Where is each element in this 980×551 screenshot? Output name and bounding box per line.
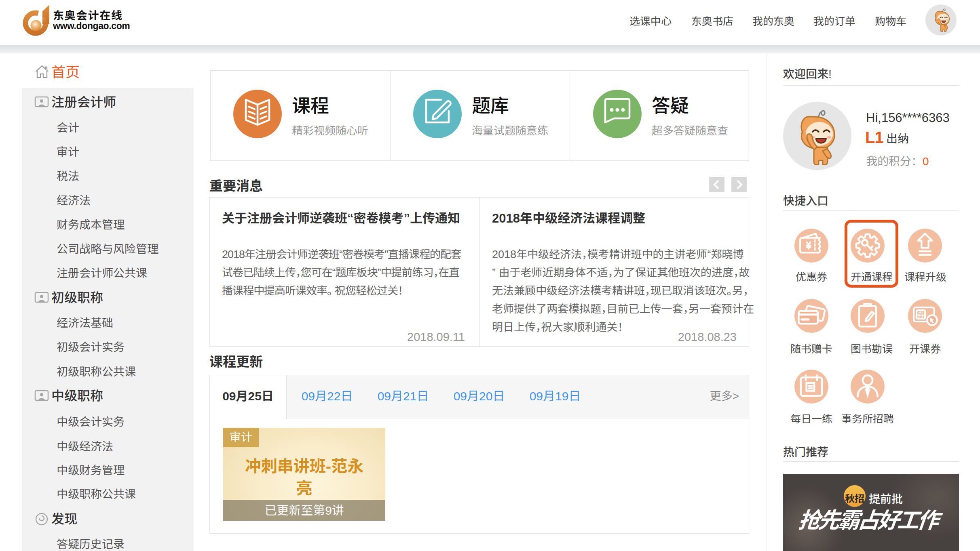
svg-text:券: 券 — [917, 309, 924, 320]
